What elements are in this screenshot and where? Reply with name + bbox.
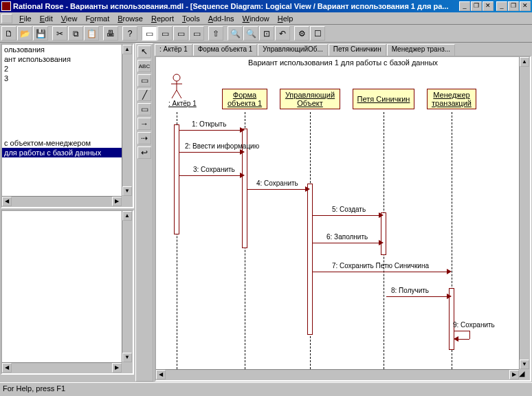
- parent-icon[interactable]: ⇧: [208, 26, 223, 41]
- restore-icon[interactable]: ❐: [471, 1, 482, 11]
- note-icon[interactable]: ▭: [137, 74, 151, 87]
- diagram-canvas[interactable]: Вариант использования 1 для работы с баз…: [155, 56, 531, 382]
- msg-label[interactable]: 3: Сохранить: [193, 166, 235, 173]
- tree-item[interactable]: ант использования: [2, 54, 133, 64]
- doc-minimize-icon[interactable]: _: [496, 1, 507, 11]
- scrollbar-vertical[interactable]: ▲▼: [519, 57, 530, 369]
- fit-icon[interactable]: ⊡: [259, 26, 274, 41]
- browser-tree[interactable]: ользования ант использования 2 3 с объек…: [1, 43, 134, 208]
- actor-label: : Актёр 1: [168, 100, 197, 107]
- tool-icon[interactable]: ⚙: [294, 26, 309, 41]
- copy-icon[interactable]: ⧉: [68, 26, 83, 41]
- zoom-out-icon[interactable]: 🔍: [243, 26, 258, 41]
- mdi-icon[interactable]: [1, 14, 12, 23]
- menu-edit[interactable]: Edit: [36, 14, 57, 23]
- tab-petya[interactable]: Петя Синичкин: [329, 44, 386, 56]
- diagram-title: Вариант использования 1 для работы с баз…: [156, 57, 530, 68]
- paste-icon[interactable]: 📋: [84, 26, 99, 41]
- activation: [381, 212, 386, 255]
- self-icon[interactable]: ↩: [137, 146, 151, 159]
- scrollbar-horizontal[interactable]: ◀▶: [2, 362, 122, 373]
- msg-label[interactable]: 9: Сохранить: [453, 321, 495, 329]
- menu-window[interactable]: Window: [239, 14, 274, 23]
- status-bar: For Help, press F1: [0, 382, 532, 395]
- msg-label[interactable]: 6: Заполнить: [326, 233, 368, 241]
- arrow-icon: [240, 127, 245, 133]
- return-icon[interactable]: ⇢: [137, 132, 151, 144]
- svg-line-3: [172, 90, 177, 98]
- menubar: File Edit View Format Browse Report Tool…: [0, 12, 532, 25]
- object-petya[interactable]: Петя Синичкин: [353, 89, 414, 109]
- close-icon[interactable]: ✕: [483, 1, 494, 11]
- titlebar: Rational Rose - Варианты использования.m…: [0, 0, 532, 12]
- doc-panel[interactable]: ▲▼ ◀▶: [1, 210, 134, 375]
- object-tx-manager[interactable]: Менеджертранзакций: [427, 89, 476, 109]
- pointer-icon[interactable]: ↖: [137, 45, 151, 58]
- actor-symbol[interactable]: : Актёр 1: [168, 74, 197, 107]
- msg-line: [386, 296, 447, 297]
- zoom-in-icon[interactable]: 🔍: [228, 26, 243, 41]
- resize-grip-icon[interactable]: ◢: [519, 369, 530, 380]
- msg-label[interactable]: 8: Получить: [391, 287, 429, 294]
- scrollbar-vertical[interactable]: ▲▼: [122, 45, 133, 196]
- msg-line: [313, 243, 379, 243]
- text-icon[interactable]: ABC: [137, 60, 151, 72]
- arrow-icon: [447, 294, 452, 299]
- msg-label[interactable]: 7: Сохранить Петю Синичкина: [332, 262, 429, 270]
- menu-tools[interactable]: Tools: [178, 14, 204, 23]
- activation: [174, 124, 179, 234]
- menu-format[interactable]: Format: [81, 14, 113, 23]
- tree-item[interactable]: 2: [2, 64, 133, 74]
- open-icon[interactable]: 📂: [17, 26, 32, 41]
- undo-fit-icon[interactable]: ↶: [275, 26, 290, 41]
- tree-item[interactable]: ользования: [2, 45, 133, 54]
- arrow-icon: [454, 336, 458, 342]
- message-icon[interactable]: →: [137, 118, 151, 130]
- app-icon: [1, 1, 11, 11]
- menu-view[interactable]: View: [57, 14, 82, 23]
- help-context-icon[interactable]: ?: [122, 26, 137, 41]
- svg-point-0: [173, 74, 180, 81]
- tree-item-selected[interactable]: для работы с базой данных: [2, 148, 133, 157]
- tool2-icon[interactable]: ☐: [310, 26, 325, 41]
- save-icon[interactable]: 💾: [33, 26, 48, 41]
- menu-file[interactable]: File: [15, 14, 36, 23]
- tree-item[interactable]: 3: [2, 74, 133, 83]
- msg-label[interactable]: 1: Открыть: [192, 120, 226, 128]
- msg-label[interactable]: 2: Ввести информацию: [185, 142, 259, 150]
- tree-item[interactable]: с объектом-менеджером: [2, 138, 133, 148]
- cut-icon[interactable]: ✂: [52, 26, 67, 41]
- scrollbar-horizontal[interactable]: ◀▶: [156, 369, 519, 380]
- browse-component-icon[interactable]: ▭: [173, 26, 188, 41]
- anchor-icon[interactable]: ╱: [137, 89, 151, 101]
- browse-deploy-icon[interactable]: ▭: [189, 26, 204, 41]
- tab-actor[interactable]: : Актёр 1: [155, 44, 192, 56]
- msg-line: [179, 175, 240, 176]
- msg-line: [247, 189, 305, 190]
- menu-browse[interactable]: Browse: [113, 14, 147, 23]
- browse-class-icon[interactable]: ▭: [142, 26, 157, 41]
- menu-help[interactable]: Help: [274, 14, 298, 23]
- menu-addins[interactable]: Add-Ins: [204, 14, 239, 23]
- object-icon[interactable]: ▭: [137, 103, 151, 116]
- tab-manager[interactable]: Менеджер транз...: [387, 44, 455, 56]
- scrollbar-horizontal[interactable]: ◀▶: [2, 196, 122, 207]
- tab-form[interactable]: Форма объекта 1: [193, 44, 258, 56]
- new-icon[interactable]: 🗋: [1, 26, 16, 41]
- doc-close-icon[interactable]: ✕: [520, 1, 531, 11]
- scrollbar-vertical[interactable]: ▲▼: [122, 211, 133, 362]
- msg-line: [179, 152, 240, 153]
- minimize-icon[interactable]: _: [459, 1, 470, 11]
- menu-report[interactable]: Report: [147, 14, 178, 23]
- print-icon[interactable]: 🖶: [103, 26, 118, 41]
- object-form[interactable]: Формаобъекта 1: [222, 89, 267, 109]
- doc-restore-icon[interactable]: ❐: [508, 1, 519, 11]
- activation: [307, 184, 313, 335]
- tab-controller[interactable]: УправляющийОб...: [258, 44, 328, 56]
- svg-line-4: [177, 90, 181, 98]
- arrow-icon: [379, 212, 384, 218]
- browse-usecase-icon[interactable]: ▭: [157, 26, 173, 41]
- object-controller[interactable]: УправляющийОбъект: [280, 89, 340, 109]
- msg-label[interactable]: 5: Создать: [332, 206, 366, 213]
- msg-label[interactable]: 4: Сохранить: [256, 179, 298, 187]
